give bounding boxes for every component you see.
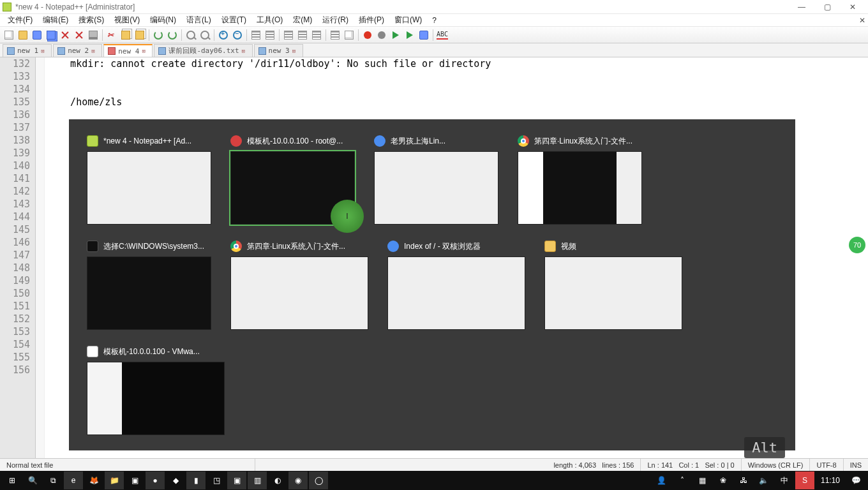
macro-play-button[interactable] <box>389 29 402 41</box>
tray-network-icon[interactable]: 🖧 <box>734 471 753 489</box>
taskbar-app2[interactable]: ◳ <box>207 471 226 489</box>
tab-close-icon[interactable]: ⊠ <box>41 48 47 54</box>
taskbar-chrome[interactable]: ◉ <box>288 471 308 489</box>
find-button[interactable] <box>184 29 197 41</box>
undo-button[interactable] <box>152 29 165 41</box>
menu-search[interactable]: 搜索(S) <box>73 15 109 26</box>
open-file-button[interactable] <box>17 29 29 41</box>
menu-encoding[interactable]: 编码(N) <box>145 15 181 26</box>
copy-button[interactable] <box>119 29 132 41</box>
close-file-button[interactable] <box>59 29 71 41</box>
indent-guide-button[interactable] <box>310 29 323 41</box>
menu-window[interactable]: 窗口(W) <box>389 15 427 26</box>
sync-h-scroll-button[interactable] <box>264 29 276 41</box>
taskbar-notepadpp[interactable]: ▥ <box>248 471 267 489</box>
tab-close-icon[interactable]: ⊠ <box>242 48 248 54</box>
menu-tools[interactable]: 工具(O) <box>251 15 288 26</box>
tray-notifications[interactable]: 💬 <box>846 471 865 489</box>
zoom-out-button[interactable] <box>231 29 244 41</box>
tray-sogou[interactable]: S <box>795 471 814 489</box>
word-wrap-button[interactable] <box>282 29 295 41</box>
tray-volume-icon[interactable]: 🔈 <box>754 471 774 489</box>
tray-people[interactable]: 👤 <box>652 471 671 489</box>
alttab-item[interactable]: 老男孩上海Lin... <box>374 135 498 225</box>
alttab-item[interactable]: 选择C:\WINDOWS\system3... <box>87 240 211 330</box>
zoom-in-button[interactable] <box>217 29 230 41</box>
menu-plugins[interactable]: 插件(P) <box>354 15 389 26</box>
replace-button[interactable] <box>198 29 211 41</box>
alttab-item[interactable]: 第四章·Linux系统入门-文件... <box>230 240 368 330</box>
tab[interactable]: new 1⊠ <box>3 44 52 57</box>
cut-button[interactable]: ✂ <box>105 29 118 41</box>
macro-stop-button[interactable] <box>375 29 388 41</box>
code-line[interactable] <box>47 70 868 83</box>
save-all-button[interactable] <box>45 29 57 41</box>
alttab-item[interactable]: 模板机-10.0.0.100 - VMwa... <box>87 345 225 435</box>
taskbar-xshell[interactable]: ● <box>146 471 165 489</box>
tab[interactable]: new 4⊠ <box>103 44 153 57</box>
alttab-title: 模板机-10.0.0.100 - VMwa... <box>103 346 200 357</box>
taskbar-explorer[interactable]: 📁 <box>105 471 124 489</box>
alttab-thumbnail <box>230 256 368 330</box>
start-button[interactable]: ⊞ <box>3 471 22 489</box>
taskbar-firefox[interactable]: 🦊 <box>84 471 103 489</box>
function-list-button[interactable] <box>329 29 341 41</box>
alttab-item[interactable]: *new 4 - Notepad++ [Ad... <box>87 135 211 225</box>
menu-language[interactable]: 语言(L) <box>181 15 216 26</box>
alttab-item[interactable]: 视频 <box>544 240 682 330</box>
macro-record-button[interactable] <box>361 29 374 41</box>
close-button[interactable]: ✕ <box>840 0 865 13</box>
tab[interactable]: new 2⊠ <box>53 44 102 57</box>
macro-save-button[interactable] <box>417 29 430 41</box>
menu-edit[interactable]: 编辑(E) <box>38 15 73 26</box>
menu-settings[interactable]: 设置(T) <box>216 15 251 26</box>
code-line[interactable] <box>47 83 868 96</box>
tray-icon[interactable]: ▦ <box>693 471 712 489</box>
taskbar-vmware[interactable]: ▣ <box>227 471 246 489</box>
status-insert-mode[interactable]: INS <box>844 459 868 471</box>
save-button[interactable] <box>31 29 43 41</box>
code-line[interactable]: /home/zls <box>47 96 868 108</box>
minimize-button[interactable]: — <box>789 0 814 13</box>
tray-ime[interactable]: 中 <box>775 471 794 489</box>
menu-file[interactable]: 文件(F) <box>3 15 38 26</box>
tab-close-icon[interactable]: ⊠ <box>142 48 148 54</box>
menu-run[interactable]: 运行(R) <box>317 15 354 26</box>
menu-close-doc[interactable]: ✕ <box>854 16 865 25</box>
taskbar-ppt[interactable]: ▣ <box>125 471 144 489</box>
menu-view[interactable]: 视图(V) <box>109 15 145 26</box>
paste-button[interactable] <box>133 29 146 41</box>
tray-up-icon[interactable]: ˄ <box>673 471 692 489</box>
status-eol[interactable]: Windows (CR LF) <box>742 459 811 471</box>
taskbar-edge[interactable]: e <box>64 471 83 489</box>
taskbar-cmd[interactable]: ▮ <box>186 471 206 489</box>
new-file-button[interactable] <box>3 29 15 41</box>
show-all-chars-button[interactable] <box>296 29 309 41</box>
menu-macro[interactable]: 宏(M) <box>288 15 317 26</box>
print-button[interactable] <box>87 29 100 41</box>
search-button[interactable]: 🔍 <box>23 471 42 489</box>
tab-close-icon[interactable]: ⊠ <box>292 48 299 54</box>
code-line[interactable]: mkdir: cannot create directory '/dir11/o… <box>47 57 868 70</box>
taskbar-app[interactable]: ◆ <box>166 471 185 489</box>
taskbar-app3[interactable]: ◐ <box>268 471 287 489</box>
close-all-button[interactable] <box>73 29 86 41</box>
task-view-button[interactable]: ⧉ <box>43 471 63 489</box>
tab[interactable]: 课前回顾-day06.txt⊠ <box>154 44 252 57</box>
alttab-item[interactable]: Index of / - 双核浏览器 <box>387 240 525 330</box>
redo-button[interactable] <box>166 29 179 41</box>
tray-icon2[interactable]: ❀ <box>714 471 733 489</box>
menu-help[interactable]: ? <box>427 16 442 25</box>
tab-close-icon[interactable]: ⊠ <box>91 48 98 54</box>
taskbar-browser[interactable]: ◯ <box>309 471 328 489</box>
alttab-item[interactable]: 第四章·Linux系统入门-文件... <box>518 135 642 225</box>
alt-tab-overlay[interactable]: I *new 4 - Notepad++ [Ad... 模板机-10.0.0.1… <box>69 119 795 450</box>
macro-play-multi-button[interactable] <box>403 29 416 41</box>
doc-map-button[interactable] <box>343 29 355 41</box>
status-encoding[interactable]: UTF-8 <box>810 459 843 471</box>
spellcheck-button[interactable]: ABC <box>436 29 449 41</box>
taskbar-clock[interactable]: 11:10 <box>816 476 845 485</box>
sync-v-scroll-button[interactable] <box>250 29 262 41</box>
maximize-button[interactable]: ▢ <box>814 0 840 13</box>
tab[interactable]: new 3⊠ <box>254 44 303 57</box>
